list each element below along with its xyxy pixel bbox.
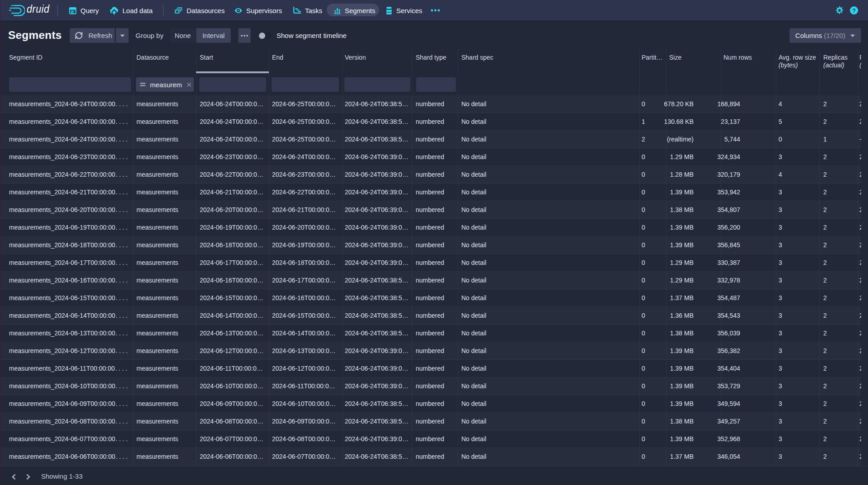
svg-text:?: ? (852, 8, 856, 14)
